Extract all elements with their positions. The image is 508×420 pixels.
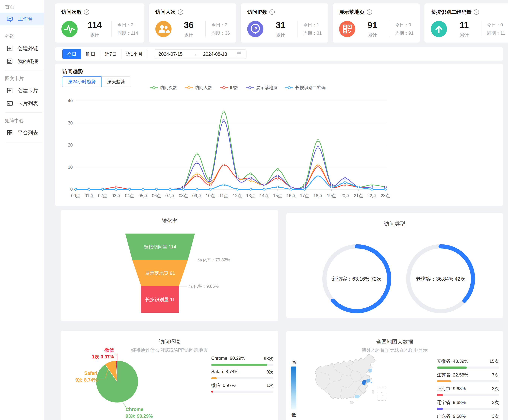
stat-today: 今日：0 xyxy=(395,21,414,29)
x-axis-tick-label: 04点 xyxy=(125,193,134,198)
x-axis-tick-label: 00点 xyxy=(71,193,80,198)
x-axis-tick-label: 21点 xyxy=(354,193,363,198)
data-point xyxy=(263,188,265,190)
data-point xyxy=(182,186,185,188)
legend-marker-icon xyxy=(185,86,193,90)
data-point xyxy=(263,184,265,186)
province-count: 7次 xyxy=(492,372,499,378)
province-label: 安徽省: 48.39% xyxy=(437,358,468,364)
sidebar-item-workbench[interactable]: 工作台 xyxy=(0,13,44,25)
browser-pie-chart: Chrome93次 90.29%Safari9次 8.74%微信1次 0.97% xyxy=(61,331,204,420)
browser-bar xyxy=(211,377,273,379)
date-start-value[interactable]: 2024-07-15 xyxy=(158,52,192,57)
platform-list-icon xyxy=(6,129,13,136)
region-shanghai xyxy=(371,382,372,383)
help-icon[interactable]: ? xyxy=(269,9,275,15)
legend-label: IP数 xyxy=(230,85,238,90)
date-end-value[interactable]: 2024-08-13 xyxy=(198,52,236,57)
range-tab[interactable]: 昨日 xyxy=(81,49,100,59)
range-tab[interactable]: 近1个月 xyxy=(121,49,147,59)
date-range-tabs: 今日昨日近7日近1个月 xyxy=(62,49,147,59)
data-point xyxy=(276,177,279,179)
stat-title: 访问IP数 xyxy=(247,9,267,15)
range-tab[interactable]: 近7日 xyxy=(100,49,121,59)
sidebar-item-create-card[interactable]: 创建卡片 xyxy=(0,84,44,97)
visit-type-donut-chart: 新访客：63.16% 72次老访客：36.84% 42次 xyxy=(286,213,503,318)
sidebar-item-platform-list[interactable]: 平台列表 xyxy=(0,126,44,139)
legend-item[interactable]: 展示落地页 xyxy=(246,85,277,90)
sidebar-item-create-outlink[interactable]: 创建外链 xyxy=(0,42,44,55)
x-axis-tick-label: 02点 xyxy=(98,193,107,198)
help-icon[interactable]: ? xyxy=(474,9,479,15)
pie-callout-name: Chrome xyxy=(126,407,143,412)
create-outlink-icon xyxy=(6,45,13,52)
south-china-sea-inset xyxy=(378,387,386,401)
legend-item[interactable]: 长按识别二维码 xyxy=(285,85,326,90)
province-label: 广东省: 9.68% xyxy=(437,413,466,419)
line-series-3 xyxy=(76,121,385,189)
region-hainan xyxy=(350,401,353,404)
y-axis-tick-label: 10 xyxy=(68,165,73,170)
stat-value: 91 xyxy=(361,20,384,30)
data-point xyxy=(250,188,252,190)
stat-today: 今日：2 xyxy=(211,21,230,29)
trend-up-icon xyxy=(431,21,447,37)
y-axis-tick-label: 30 xyxy=(68,120,73,125)
browser-count: 1次 xyxy=(266,382,273,388)
sidebar-item-card-list[interactable]: 卡片列表 xyxy=(0,97,44,110)
legend-item[interactable]: 访问人数 xyxy=(185,85,212,90)
stat-period: 周期：91 xyxy=(395,29,414,37)
china-map xyxy=(313,350,392,418)
stat-title: 访问次数 xyxy=(61,9,82,15)
pie-callout-name: 微信 xyxy=(104,347,114,352)
sidebar-item-my-links[interactable]: 我的链接 xyxy=(0,55,44,68)
x-axis-tick-label: 20点 xyxy=(340,193,350,198)
stat-card: 访问次数 ? 114 累计 今日：2 周期：114 xyxy=(55,3,144,43)
stat-card: 访问IP数 ? IP 31 累计 今日：1 周期：31 xyxy=(241,3,328,43)
stat-title: 长按识别二维码量 xyxy=(431,9,471,15)
data-point xyxy=(276,175,279,177)
pulse-icon xyxy=(61,21,78,37)
x-axis-tick-label: 11点 xyxy=(219,193,228,198)
date-range-picker[interactable]: 2024-07-15 → 2024-08-13 xyxy=(154,49,247,59)
stat-value-label: 累计 xyxy=(84,32,106,38)
stat-period: 周期：31 xyxy=(303,29,322,37)
data-point xyxy=(209,184,211,186)
help-icon[interactable]: ? xyxy=(84,9,89,15)
divider xyxy=(297,21,298,37)
range-tab[interactable]: 今日 xyxy=(62,49,81,59)
trend-mode-tab[interactable]: 按24小时趋势 xyxy=(62,76,102,87)
browser-count: 9次 xyxy=(266,369,273,375)
x-axis-tick-label: 23点 xyxy=(381,193,390,198)
x-axis-tick-label: 22点 xyxy=(367,193,377,198)
help-icon[interactable]: ? xyxy=(178,9,183,15)
x-axis-tick-label: 13点 xyxy=(246,193,255,198)
x-axis-tick-label: 09点 xyxy=(192,193,202,198)
pie-callout-value: 93次 90.29% xyxy=(126,413,153,419)
browser-row: Safari: 8.74% 9次 xyxy=(211,369,273,379)
data-point xyxy=(371,188,373,190)
data-point xyxy=(384,186,386,188)
legend-item[interactable]: 访问次数 xyxy=(150,85,177,90)
stat-title: 展示落地页 xyxy=(339,9,365,15)
ip-icon: IP xyxy=(247,21,263,37)
data-point xyxy=(115,186,117,188)
callout-line xyxy=(115,354,117,361)
sidebar-divider xyxy=(5,142,42,142)
help-icon[interactable]: ? xyxy=(367,9,372,15)
stat-card: 长按识别二维码量 ? 11 累计 今日：0 周期：11 xyxy=(424,3,508,43)
data-point xyxy=(223,164,225,166)
y-axis-tick-label: 40 xyxy=(68,98,73,103)
browser-label: Safari: 8.74% xyxy=(211,369,238,375)
data-point xyxy=(196,162,198,164)
data-point xyxy=(223,111,225,113)
data-point xyxy=(196,175,198,177)
sidebar-divider xyxy=(5,112,42,113)
browser-label: Chrome: 90.29% xyxy=(211,356,245,362)
stat-value-label: 累计 xyxy=(361,32,384,38)
funnel-stage-label: 长按识别量 11 xyxy=(145,297,175,302)
sidebar-divider xyxy=(5,28,42,28)
legend-item[interactable]: IP数 xyxy=(220,85,238,90)
legend-label: 展示落地页 xyxy=(256,85,277,90)
browser-row: 微信: 0.97% 1次 xyxy=(211,382,273,393)
